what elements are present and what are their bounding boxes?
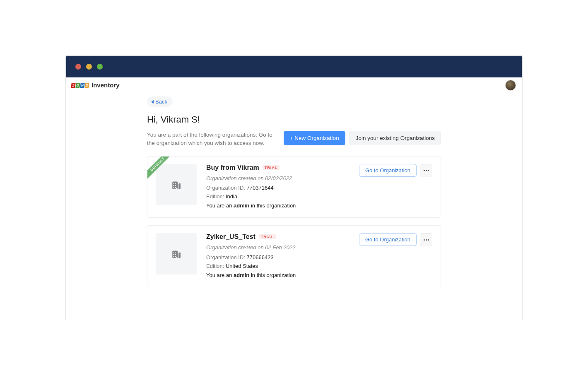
org-action-buttons: + New Organization Join your existing Or… bbox=[284, 131, 441, 145]
edition-value: United States bbox=[226, 263, 258, 269]
organization-logo-placeholder bbox=[156, 233, 197, 274]
page-content: Back Hi, Vikram S! You are a part of the… bbox=[66, 93, 522, 320]
user-avatar[interactable] bbox=[505, 80, 516, 91]
organization-id-value: 770371644 bbox=[247, 185, 274, 191]
organization-id-label: Organization ID: bbox=[206, 185, 247, 191]
back-button[interactable]: Back bbox=[147, 96, 173, 107]
more-icon bbox=[424, 239, 429, 241]
organization-more-menu-button[interactable] bbox=[420, 233, 432, 246]
organization-list: DEFAULT Buy from Vikram TRIAL Organizati… bbox=[147, 156, 441, 288]
app-window: Z O H O Inventory Back Hi, Vikram S! You… bbox=[66, 56, 522, 320]
organization-logo-placeholder bbox=[156, 164, 197, 205]
zoho-logo-icon: Z O H O bbox=[71, 83, 89, 88]
organization-name: Zylker_US_Test bbox=[206, 233, 255, 241]
organization-card: Zylker_US_Test TRIAL Organization create… bbox=[147, 225, 441, 287]
new-organization-button[interactable]: + New Organization bbox=[284, 131, 345, 145]
brand-name: Inventory bbox=[92, 82, 120, 89]
organization-more-menu-button[interactable] bbox=[420, 164, 432, 177]
edition-label: Edition: bbox=[206, 263, 226, 269]
organization-id-label: Organization ID: bbox=[206, 254, 247, 260]
more-icon bbox=[424, 170, 429, 171]
page-greeting: Hi, Vikram S! bbox=[147, 114, 441, 125]
brand: Z O H O Inventory bbox=[71, 82, 120, 89]
go-to-organization-button[interactable]: Go to Organization bbox=[359, 164, 417, 177]
edition-label: Edition: bbox=[206, 193, 226, 200]
building-icon bbox=[171, 248, 182, 259]
trial-badge: TRIAL bbox=[263, 165, 280, 170]
maximize-window-button[interactable] bbox=[97, 64, 103, 70]
window-titlebar bbox=[66, 56, 522, 77]
join-existing-organization-button[interactable]: Join your existing Organizations bbox=[349, 131, 441, 145]
back-arrow-icon bbox=[151, 100, 154, 104]
back-button-label: Back bbox=[155, 99, 167, 105]
organization-card: DEFAULT Buy from Vikram TRIAL Organizati… bbox=[147, 156, 441, 218]
minimize-window-button[interactable] bbox=[86, 64, 92, 70]
trial-badge: TRIAL bbox=[259, 234, 276, 239]
go-to-organization-button[interactable]: Go to Organization bbox=[359, 233, 417, 246]
svg-rect-0 bbox=[178, 184, 180, 188]
organization-created-date: Organization created on 02/02/2022 bbox=[206, 174, 350, 183]
organization-role-text: You are an admin in this organization bbox=[206, 201, 350, 210]
intro-text: You are a part of the following organiza… bbox=[147, 131, 274, 148]
edition-value: India bbox=[226, 193, 237, 200]
close-window-button[interactable] bbox=[75, 64, 81, 70]
organization-role-text: You are an admin in this organization bbox=[206, 271, 350, 279]
organization-name: Buy from Vikram bbox=[206, 164, 259, 171]
organization-created-date: Organization created on 02 Feb 2022 bbox=[206, 243, 350, 252]
svg-rect-1 bbox=[178, 253, 180, 258]
building-icon bbox=[171, 179, 182, 190]
organization-id-value: 770666423 bbox=[247, 254, 274, 260]
app-header: Z O H O Inventory bbox=[66, 77, 522, 93]
